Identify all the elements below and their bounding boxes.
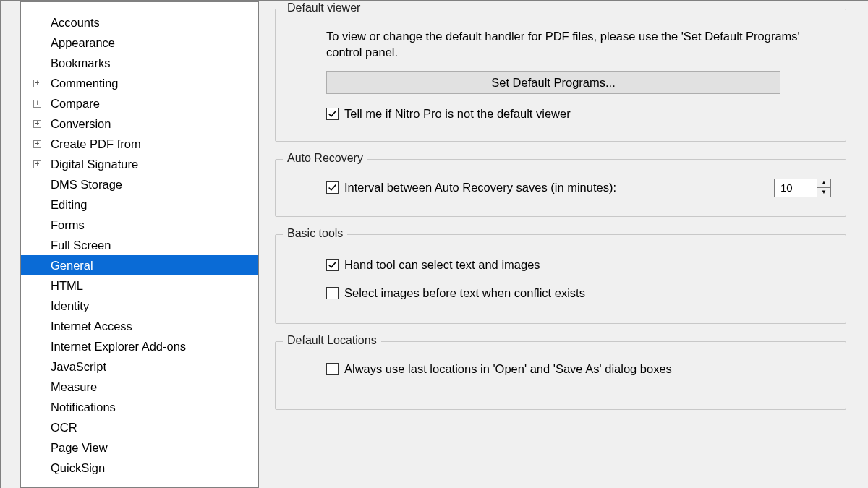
tree-item-label: Appearance [51,33,115,53]
tree-item-label: Measure [51,377,97,397]
auto-recovery-interval-row[interactable]: Interval between Auto Recovery saves (in… [326,181,616,194]
tree-item[interactable]: +Commenting [21,73,258,93]
tree-item[interactable]: +Compare [21,93,258,114]
tell-me-default-viewer-checkbox[interactable] [326,108,339,120]
tree-item-label: Create PDF from [51,134,141,154]
tree-item[interactable]: Internet Explorer Add-ons [21,336,258,356]
expand-icon[interactable]: + [33,160,41,168]
tell-me-default-viewer-label: Tell me if Nitro Pro is not the default … [344,107,571,121]
always-use-last-locations-checkbox[interactable] [326,363,339,375]
tree-item[interactable]: Page View [21,437,258,458]
tree-item[interactable]: OCR [21,417,258,437]
group-title-basic-tools: Basic tools [283,227,347,240]
tree-item[interactable]: JavaScript [21,356,258,377]
tree-item-label: DMS Storage [51,174,122,194]
tree-item-label: Forms [51,215,85,235]
tree-item[interactable]: Forms [21,215,258,235]
tree-item-label: Identity [51,296,89,316]
expand-icon[interactable]: + [33,80,41,87]
tree-item-label: Compare [51,93,100,114]
group-title-default-locations: Default Locations [283,334,381,347]
tree-item[interactable]: +Create PDF from [21,134,258,154]
tree-item-label: Conversion [51,114,111,134]
tree-item-label: HTML [51,275,83,296]
expand-icon[interactable]: + [33,100,41,108]
group-title-default-viewer: Default viewer [283,1,365,14]
tree-item-label: Accounts [51,12,100,33]
auto-recovery-interval-label: Interval between Auto Recovery saves (in… [344,181,616,194]
hand-tool-select-label: Hand tool can select text and images [344,258,540,272]
tree-item-label: Editing [51,194,87,215]
preferences-window: AccountsAppearanceBookmarks+Commenting+C… [0,0,868,488]
tree-item-label: Page View [51,437,108,458]
tree-item[interactable]: Accounts [21,12,258,33]
tree-item[interactable]: Bookmarks [21,53,258,73]
tree-item[interactable]: General [21,255,258,275]
hand-tool-select-row[interactable]: Hand tool can select text and images [326,258,831,272]
auto-recovery-interval-spinner[interactable]: ▲ ▼ [774,179,831,197]
group-auto-recovery: Auto Recovery Interval between Auto Reco… [275,159,846,217]
auto-recovery-interval-checkbox[interactable] [326,181,339,194]
tree-item-label: Full Screen [51,235,111,255]
tell-me-default-viewer-row[interactable]: Tell me if Nitro Pro is not the default … [326,107,831,121]
tree-item[interactable]: Internet Access [21,316,258,336]
expand-icon[interactable]: + [33,140,41,148]
tree-item[interactable]: Full Screen [21,235,258,255]
select-images-before-text-checkbox[interactable] [326,287,339,299]
tree-item-label: Digital Signature [51,154,138,174]
spinner-up-button[interactable]: ▲ [817,179,830,189]
always-use-last-locations-row[interactable]: Always use last locations in 'Open' and … [326,362,831,376]
group-default-locations: Default Locations Always use last locati… [275,341,846,410]
set-default-programs-button[interactable]: Set Default Programs... [326,71,780,94]
tree-item-label: Notifications [51,397,116,417]
default-viewer-desc: To view or change the default handler fo… [326,28,831,61]
tree-item-label: OCR [51,417,77,437]
tree-item[interactable]: HTML [21,275,258,296]
select-images-before-text-label: Select images before text when conflict … [344,286,585,300]
group-title-auto-recovery: Auto Recovery [283,152,367,165]
spinner-down-button[interactable]: ▼ [817,188,830,197]
tree-item[interactable]: QuickSign [21,458,258,478]
group-basic-tools: Basic tools Hand tool can select text an… [275,234,846,324]
tree-item-label: Internet Access [51,316,132,336]
hand-tool-select-checkbox[interactable] [326,259,339,271]
tree-item-label: Bookmarks [51,53,111,73]
tree-item[interactable]: Notifications [21,397,258,417]
tree-item[interactable]: Appearance [21,33,258,53]
tree-item-label: JavaScript [51,356,106,377]
auto-recovery-interval-input[interactable] [775,179,817,197]
group-default-viewer: Default viewer To view or change the def… [275,9,846,142]
tree-item[interactable]: Identity [21,296,258,316]
tree-item-label: Internet Explorer Add-ons [51,336,186,356]
tree-item[interactable]: DMS Storage [21,174,258,194]
tree-item[interactable]: +Digital Signature [21,154,258,174]
category-tree: AccountsAppearanceBookmarks+Commenting+C… [20,1,259,488]
select-images-before-text-row[interactable]: Select images before text when conflict … [326,286,831,300]
tree-item-label: Commenting [51,73,119,93]
tree-item[interactable]: Measure [21,377,258,397]
tree-item-label: General [51,255,93,275]
expand-icon[interactable]: + [33,120,41,128]
always-use-last-locations-label: Always use last locations in 'Open' and … [344,362,672,376]
tree-item[interactable]: +Conversion [21,114,258,134]
tree-item-label: QuickSign [51,458,105,478]
content-panel: Default viewer To view or change the def… [259,1,868,488]
tree-item[interactable]: Editing [21,194,258,215]
